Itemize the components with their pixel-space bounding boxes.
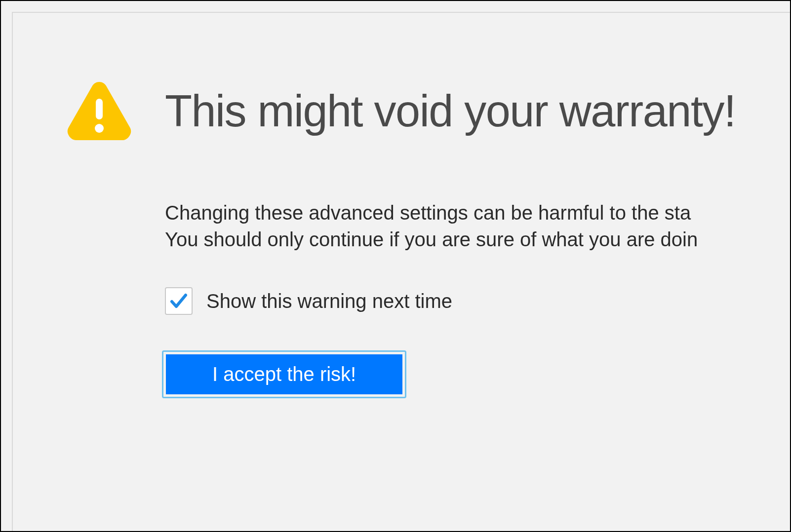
- svg-rect-0: [96, 99, 103, 119]
- accept-risk-button[interactable]: I accept the risk!: [166, 354, 402, 394]
- checkmark-icon: [169, 291, 189, 311]
- warning-panel: This might void your warranty! Changing …: [12, 12, 790, 531]
- warning-body: Changing these advanced settings can be …: [165, 199, 790, 253]
- show-warning-checkbox-row: Show this warning next time: [165, 287, 790, 315]
- warning-title: This might void your warranty!: [165, 86, 735, 137]
- show-warning-checkbox[interactable]: [165, 287, 193, 315]
- svg-point-1: [95, 124, 104, 133]
- show-warning-checkbox-label[interactable]: Show this warning next time: [206, 290, 452, 312]
- warning-triangle-icon: [67, 82, 131, 140]
- warning-header: This might void your warranty!: [67, 82, 790, 140]
- warning-content: This might void your warranty! Changing …: [13, 13, 790, 398]
- accept-button-focus-ring: I accept the risk!: [162, 350, 406, 398]
- warning-body-line-1: Changing these advanced settings can be …: [165, 199, 790, 226]
- warning-body-line-2: You should only continue if you are sure…: [165, 226, 790, 253]
